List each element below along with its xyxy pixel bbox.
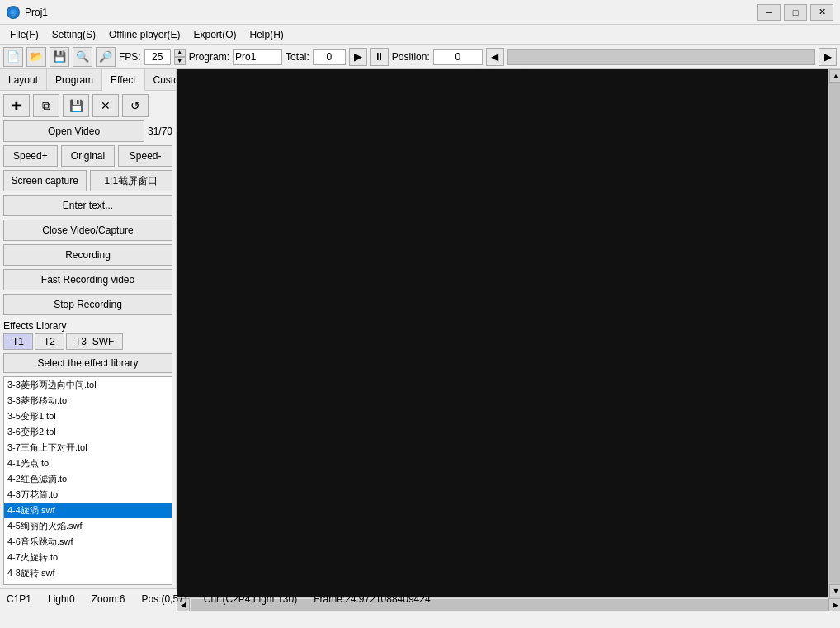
position-input[interactable] — [433, 49, 483, 65]
speed-plus-button[interactable]: Speed+ — [3, 145, 58, 167]
select-effect-library-button[interactable]: Select the effect library — [3, 353, 172, 373]
speed-minus-button[interactable]: Speed- — [118, 145, 172, 167]
search-button[interactable]: 🔍 — [73, 47, 92, 67]
total-label: Total: — [286, 51, 309, 63]
list-item[interactable]: 3-5变形1.tol — [4, 408, 172, 424]
tabs-bar: Layout Program Effect Custom ◀ ▶ — [0, 69, 176, 91]
save-icon[interactable]: 💾 — [63, 94, 89, 117]
led-display — [177, 69, 828, 597]
list-item[interactable]: 4-5绚丽的火焰.swf — [4, 518, 172, 534]
delete-icon[interactable]: ✕ — [92, 94, 119, 117]
scroll-down-arrow[interactable]: ▼ — [829, 584, 840, 597]
fps-up-button[interactable]: ▲ — [174, 49, 186, 57]
list-item[interactable]: 4-7火旋转.tol — [4, 550, 172, 565]
maximize-button[interactable]: □ — [784, 4, 807, 21]
menubar: File(F) Setting(S) Offline player(E) Exp… — [0, 25, 840, 45]
tab-program[interactable]: Program — [47, 69, 102, 91]
icon-row: ✚ ⧉ 💾 ✕ ↺ — [3, 94, 172, 117]
fps-spinner: ▲ ▼ — [174, 49, 186, 65]
effects-tab-t1[interactable]: T1 — [3, 333, 33, 350]
total-input[interactable] — [313, 49, 346, 65]
screen-capture-button[interactable]: Screen capture — [3, 170, 87, 191]
menu-setting[interactable]: Setting(S) — [45, 27, 102, 42]
copy-icon[interactable]: ⧉ — [33, 94, 59, 117]
next-button[interactable]: ▶ — [819, 48, 837, 66]
menu-export[interactable]: Export(O) — [187, 27, 243, 42]
list-item[interactable]: 3-6变形2.tol — [4, 424, 172, 440]
original-button[interactable]: Original — [61, 145, 116, 167]
app-icon — [7, 6, 20, 19]
speed-row: Speed+ Original Speed- — [3, 145, 172, 167]
stop-recording-button[interactable]: Stop Recording — [3, 294, 172, 315]
list-item[interactable]: 4-6音乐跳动.swf — [4, 534, 172, 550]
list-item[interactable]: 4-4旋涡.swf — [4, 503, 172, 518]
fps-label: FPS: — [119, 51, 141, 63]
titlebar-title: Proj1 — [25, 7, 48, 18]
effects-tab-t2[interactable]: T2 — [35, 333, 64, 350]
program-input[interactable] — [233, 49, 282, 65]
scroll-thumb-vertical[interactable] — [829, 83, 840, 584]
scroll-right-arrow[interactable]: ▶ — [828, 598, 840, 611]
list-item[interactable]: 4-2红色滤滴.tol — [4, 471, 172, 487]
capture-row: Screen capture 1:1截屏窗口 — [3, 170, 172, 191]
canvas-main: ▲ ▼ — [177, 69, 840, 597]
undo-icon[interactable]: ↺ — [122, 94, 149, 117]
toolbar: 📄 📂 💾 🔍 🔎 FPS: ▲ ▼ Program: Total: ▶ ⏸ P… — [0, 45, 840, 69]
list-item[interactable]: 3-3菱形两边向中间.tol — [4, 377, 172, 393]
scroll-up-arrow[interactable]: ▲ — [829, 69, 840, 83]
status-zoom: Zoom:6 — [92, 593, 125, 605]
close-button[interactable]: ✕ — [810, 4, 833, 21]
tab-layout[interactable]: Layout — [0, 69, 47, 91]
titlebar: Proj1 ─ □ ✕ — [0, 0, 840, 25]
status-c1p1: C1P1 — [7, 593, 31, 605]
canvas-area — [177, 69, 828, 597]
titlebar-controls: ─ □ ✕ — [757, 4, 833, 21]
program-label: Program: — [189, 51, 229, 63]
enter-text-button[interactable]: Enter text... — [3, 195, 172, 216]
position-label: Position: — [392, 51, 430, 63]
list-item[interactable]: 4-8旋转.swf — [4, 565, 172, 581]
progress-bar[interactable] — [507, 49, 815, 65]
left-panel: Layout Program Effect Custom ◀ ▶ ✚ ⧉ 💾 ✕… — [0, 69, 177, 588]
prev-button[interactable]: ◀ — [486, 48, 504, 66]
list-item[interactable]: 4-3万花筒.tol — [4, 487, 172, 503]
menu-file[interactable]: File(F) — [3, 27, 45, 42]
effects-tabs: T1 T2 T3_SWF — [3, 333, 172, 350]
close-video-button[interactable]: Close Video/Capture — [3, 220, 172, 241]
canvas-and-scroll: ▲ ▼ ◀ ▶ — [177, 69, 840, 611]
titlebar-left: Proj1 — [7, 6, 48, 19]
left-content: ✚ ⧉ 💾 ✕ ↺ Open Video 31/70 Speed+ Origin… — [0, 91, 176, 588]
canvas-wrapper: ▲ ▼ ◀ ▶ — [177, 69, 840, 588]
fps-input[interactable] — [144, 49, 171, 65]
recording-button[interactable]: Recording — [3, 244, 172, 266]
right-scrollbar[interactable]: ▲ ▼ — [828, 69, 840, 597]
open-video-button[interactable]: Open Video — [3, 120, 144, 142]
status-light: Light0 — [48, 593, 75, 605]
menu-help[interactable]: Help(H) — [243, 27, 290, 42]
effects-tab-t3[interactable]: T3_SWF — [66, 333, 123, 350]
list-item[interactable]: 4-1光点.tol — [4, 456, 172, 471]
pause-button[interactable]: ⏸ — [370, 48, 389, 66]
menu-offline-player[interactable]: Offline player(E) — [102, 27, 186, 42]
ratio-window-button[interactable]: 1:1截屏窗口 — [90, 170, 173, 191]
search2-button[interactable]: 🔎 — [96, 47, 116, 67]
effects-list[interactable]: 3-3菱形两边向中间.tol3-3菱形移动.tol3-5变形1.tol3-6变形… — [3, 376, 172, 585]
list-item[interactable]: 5-1行星.swf — [4, 581, 172, 585]
play-button[interactable]: ▶ — [349, 48, 367, 66]
fps-down-button[interactable]: ▼ — [174, 57, 186, 65]
list-item[interactable]: 3-7三角上下对开.tol — [4, 440, 172, 456]
add-icon[interactable]: ✚ — [3, 94, 30, 117]
effects-library: Effects Library T1 T2 T3_SWF Select the … — [3, 320, 172, 585]
open-video-row: Open Video 31/70 — [3, 120, 172, 142]
open-button[interactable]: 📂 — [26, 47, 46, 67]
fast-recording-button[interactable]: Fast Recording video — [3, 269, 172, 290]
open-video-count: 31/70 — [148, 125, 172, 137]
minimize-button[interactable]: ─ — [757, 4, 781, 21]
tab-effect[interactable]: Effect — [102, 69, 144, 91]
list-item[interactable]: 3-3菱形移动.tol — [4, 393, 172, 408]
new-button[interactable]: 📄 — [3, 47, 23, 67]
save-button[interactable]: 💾 — [50, 47, 69, 67]
main-area: Layout Program Effect Custom ◀ ▶ ✚ ⧉ 💾 ✕… — [0, 69, 840, 588]
effects-library-label: Effects Library — [3, 320, 172, 332]
